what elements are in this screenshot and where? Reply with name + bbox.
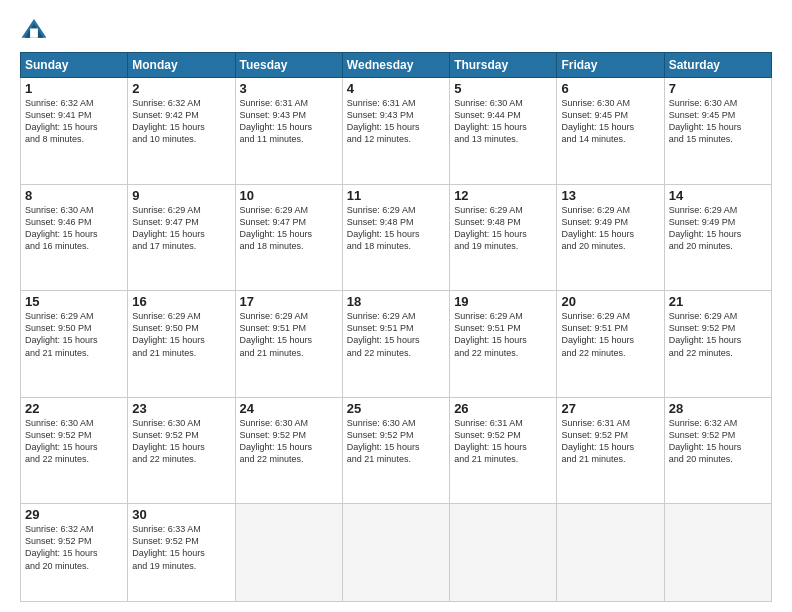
- day-number: 23: [132, 401, 230, 416]
- day-number: 21: [669, 294, 767, 309]
- day-header: Wednesday: [342, 53, 449, 78]
- calendar-cell: 11Sunrise: 6:29 AM Sunset: 9:48 PM Dayli…: [342, 184, 449, 291]
- day-number: 3: [240, 81, 338, 96]
- day-header: Tuesday: [235, 53, 342, 78]
- calendar-cell: 27Sunrise: 6:31 AM Sunset: 9:52 PM Dayli…: [557, 397, 664, 504]
- day-number: 14: [669, 188, 767, 203]
- calendar-cell: 3Sunrise: 6:31 AM Sunset: 9:43 PM Daylig…: [235, 78, 342, 185]
- day-number: 26: [454, 401, 552, 416]
- week-row: 15Sunrise: 6:29 AM Sunset: 9:50 PM Dayli…: [21, 291, 772, 398]
- day-info: Sunrise: 6:32 AM Sunset: 9:52 PM Dayligh…: [25, 523, 123, 572]
- calendar-cell: 15Sunrise: 6:29 AM Sunset: 9:50 PM Dayli…: [21, 291, 128, 398]
- day-info: Sunrise: 6:33 AM Sunset: 9:52 PM Dayligh…: [132, 523, 230, 572]
- day-info: Sunrise: 6:31 AM Sunset: 9:52 PM Dayligh…: [561, 417, 659, 466]
- day-number: 11: [347, 188, 445, 203]
- day-number: 10: [240, 188, 338, 203]
- day-info: Sunrise: 6:30 AM Sunset: 9:46 PM Dayligh…: [25, 204, 123, 253]
- calendar-cell: 23Sunrise: 6:30 AM Sunset: 9:52 PM Dayli…: [128, 397, 235, 504]
- day-info: Sunrise: 6:29 AM Sunset: 9:50 PM Dayligh…: [132, 310, 230, 359]
- day-info: Sunrise: 6:29 AM Sunset: 9:51 PM Dayligh…: [561, 310, 659, 359]
- week-row: 22Sunrise: 6:30 AM Sunset: 9:52 PM Dayli…: [21, 397, 772, 504]
- calendar-cell: 29Sunrise: 6:32 AM Sunset: 9:52 PM Dayli…: [21, 504, 128, 602]
- day-info: Sunrise: 6:30 AM Sunset: 9:52 PM Dayligh…: [132, 417, 230, 466]
- day-number: 8: [25, 188, 123, 203]
- day-info: Sunrise: 6:29 AM Sunset: 9:49 PM Dayligh…: [669, 204, 767, 253]
- day-info: Sunrise: 6:29 AM Sunset: 9:50 PM Dayligh…: [25, 310, 123, 359]
- day-info: Sunrise: 6:29 AM Sunset: 9:52 PM Dayligh…: [669, 310, 767, 359]
- day-info: Sunrise: 6:30 AM Sunset: 9:44 PM Dayligh…: [454, 97, 552, 146]
- day-info: Sunrise: 6:32 AM Sunset: 9:41 PM Dayligh…: [25, 97, 123, 146]
- day-info: Sunrise: 6:29 AM Sunset: 9:48 PM Dayligh…: [347, 204, 445, 253]
- calendar-cell: 12Sunrise: 6:29 AM Sunset: 9:48 PM Dayli…: [450, 184, 557, 291]
- day-number: 16: [132, 294, 230, 309]
- calendar-cell: 25Sunrise: 6:30 AM Sunset: 9:52 PM Dayli…: [342, 397, 449, 504]
- day-info: Sunrise: 6:29 AM Sunset: 9:51 PM Dayligh…: [454, 310, 552, 359]
- day-info: Sunrise: 6:30 AM Sunset: 9:45 PM Dayligh…: [561, 97, 659, 146]
- day-number: 24: [240, 401, 338, 416]
- day-number: 9: [132, 188, 230, 203]
- day-number: 20: [561, 294, 659, 309]
- calendar-cell: 16Sunrise: 6:29 AM Sunset: 9:50 PM Dayli…: [128, 291, 235, 398]
- day-info: Sunrise: 6:29 AM Sunset: 9:51 PM Dayligh…: [347, 310, 445, 359]
- day-header: Sunday: [21, 53, 128, 78]
- day-info: Sunrise: 6:30 AM Sunset: 9:45 PM Dayligh…: [669, 97, 767, 146]
- calendar-cell: 21Sunrise: 6:29 AM Sunset: 9:52 PM Dayli…: [664, 291, 771, 398]
- header-row: SundayMondayTuesdayWednesdayThursdayFrid…: [21, 53, 772, 78]
- svg-rect-2: [30, 28, 38, 37]
- calendar-cell: 9Sunrise: 6:29 AM Sunset: 9:47 PM Daylig…: [128, 184, 235, 291]
- calendar-cell: 8Sunrise: 6:30 AM Sunset: 9:46 PM Daylig…: [21, 184, 128, 291]
- day-info: Sunrise: 6:30 AM Sunset: 9:52 PM Dayligh…: [347, 417, 445, 466]
- calendar-cell: 2Sunrise: 6:32 AM Sunset: 9:42 PM Daylig…: [128, 78, 235, 185]
- day-number: 19: [454, 294, 552, 309]
- day-number: 25: [347, 401, 445, 416]
- week-row: 29Sunrise: 6:32 AM Sunset: 9:52 PM Dayli…: [21, 504, 772, 602]
- calendar-cell: 14Sunrise: 6:29 AM Sunset: 9:49 PM Dayli…: [664, 184, 771, 291]
- calendar-cell: 20Sunrise: 6:29 AM Sunset: 9:51 PM Dayli…: [557, 291, 664, 398]
- day-number: 18: [347, 294, 445, 309]
- calendar-cell: [235, 504, 342, 602]
- day-info: Sunrise: 6:31 AM Sunset: 9:43 PM Dayligh…: [347, 97, 445, 146]
- calendar-cell: [342, 504, 449, 602]
- day-info: Sunrise: 6:29 AM Sunset: 9:47 PM Dayligh…: [240, 204, 338, 253]
- calendar-cell: 19Sunrise: 6:29 AM Sunset: 9:51 PM Dayli…: [450, 291, 557, 398]
- calendar-cell: [450, 504, 557, 602]
- header: [20, 16, 772, 44]
- day-header: Saturday: [664, 53, 771, 78]
- day-number: 13: [561, 188, 659, 203]
- day-number: 7: [669, 81, 767, 96]
- day-header: Monday: [128, 53, 235, 78]
- calendar-cell: [557, 504, 664, 602]
- week-row: 8Sunrise: 6:30 AM Sunset: 9:46 PM Daylig…: [21, 184, 772, 291]
- calendar-cell: 1Sunrise: 6:32 AM Sunset: 9:41 PM Daylig…: [21, 78, 128, 185]
- day-number: 5: [454, 81, 552, 96]
- calendar-cell: 5Sunrise: 6:30 AM Sunset: 9:44 PM Daylig…: [450, 78, 557, 185]
- week-row: 1Sunrise: 6:32 AM Sunset: 9:41 PM Daylig…: [21, 78, 772, 185]
- day-header: Thursday: [450, 53, 557, 78]
- calendar-cell: 26Sunrise: 6:31 AM Sunset: 9:52 PM Dayli…: [450, 397, 557, 504]
- day-info: Sunrise: 6:30 AM Sunset: 9:52 PM Dayligh…: [240, 417, 338, 466]
- day-number: 2: [132, 81, 230, 96]
- calendar-cell: 10Sunrise: 6:29 AM Sunset: 9:47 PM Dayli…: [235, 184, 342, 291]
- day-info: Sunrise: 6:29 AM Sunset: 9:48 PM Dayligh…: [454, 204, 552, 253]
- calendar-cell: 4Sunrise: 6:31 AM Sunset: 9:43 PM Daylig…: [342, 78, 449, 185]
- day-number: 30: [132, 507, 230, 522]
- day-number: 15: [25, 294, 123, 309]
- calendar-cell: 24Sunrise: 6:30 AM Sunset: 9:52 PM Dayli…: [235, 397, 342, 504]
- day-number: 28: [669, 401, 767, 416]
- page: SundayMondayTuesdayWednesdayThursdayFrid…: [0, 0, 792, 612]
- calendar-cell: 30Sunrise: 6:33 AM Sunset: 9:52 PM Dayli…: [128, 504, 235, 602]
- day-info: Sunrise: 6:30 AM Sunset: 9:52 PM Dayligh…: [25, 417, 123, 466]
- calendar-cell: 7Sunrise: 6:30 AM Sunset: 9:45 PM Daylig…: [664, 78, 771, 185]
- calendar-cell: [664, 504, 771, 602]
- day-number: 22: [25, 401, 123, 416]
- calendar-cell: 18Sunrise: 6:29 AM Sunset: 9:51 PM Dayli…: [342, 291, 449, 398]
- calendar-table: SundayMondayTuesdayWednesdayThursdayFrid…: [20, 52, 772, 602]
- calendar-cell: 6Sunrise: 6:30 AM Sunset: 9:45 PM Daylig…: [557, 78, 664, 185]
- day-number: 6: [561, 81, 659, 96]
- day-info: Sunrise: 6:32 AM Sunset: 9:42 PM Dayligh…: [132, 97, 230, 146]
- calendar-cell: 28Sunrise: 6:32 AM Sunset: 9:52 PM Dayli…: [664, 397, 771, 504]
- day-number: 17: [240, 294, 338, 309]
- day-info: Sunrise: 6:29 AM Sunset: 9:51 PM Dayligh…: [240, 310, 338, 359]
- day-number: 29: [25, 507, 123, 522]
- day-info: Sunrise: 6:29 AM Sunset: 9:47 PM Dayligh…: [132, 204, 230, 253]
